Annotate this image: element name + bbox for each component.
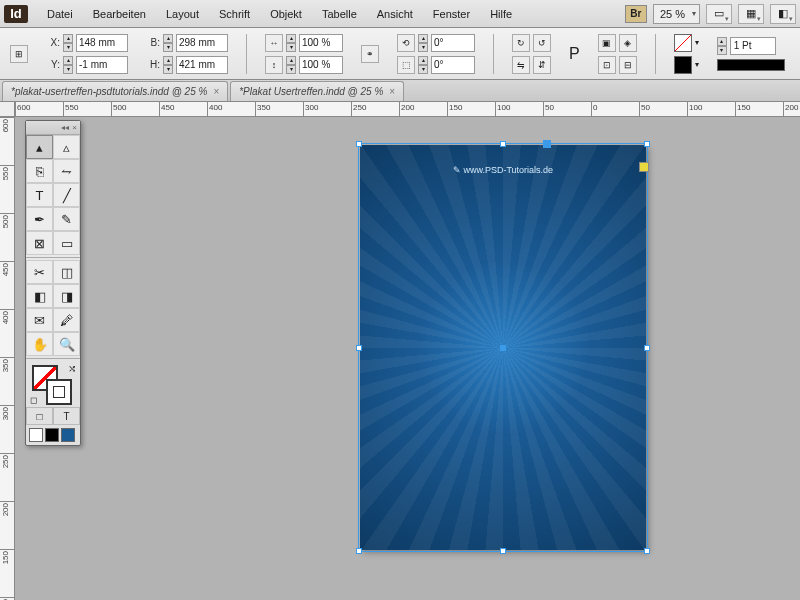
tab-document-1[interactable]: *plakat-usertreffen-psdtutorials.indd @ … [2,81,228,101]
fill-swatch[interactable] [674,34,692,52]
width-field[interactable]: 298 mm [176,34,228,52]
horizontal-ruler[interactable]: 6005505004504003503002502001501005005010… [15,102,800,117]
apply-color[interactable] [45,428,59,442]
scale-x-field[interactable]: 100 % [299,34,343,52]
paragraph-icon: P [569,45,580,63]
rectangle-tool[interactable]: ▭ [53,231,80,255]
vertical-ruler[interactable]: 60055050045040035030025020015010050050 [0,117,15,600]
workspace-button[interactable]: ◧ [770,4,796,24]
close-icon[interactable]: × [72,123,77,132]
scale-x-icon: ↔ [265,34,283,52]
pen-tool[interactable]: ✒ [26,207,53,231]
gradient-swatch-tool[interactable]: ◧ [26,284,53,308]
tab-document-2[interactable]: *Plakat Usertreffen.indd @ 25 %× [230,81,404,101]
scale-y-icon: ↕ [265,56,283,74]
formatting-text-mode[interactable]: T [53,407,80,425]
select-content-icon[interactable]: ◈ [619,34,637,52]
stroke-swatch[interactable] [674,56,692,74]
document-page[interactable]: ✎ www.PSD-Tutorials.de [360,145,646,550]
menu-hilfe[interactable]: Hilfe [481,4,521,24]
flip-h-icon[interactable]: ⇋ [512,56,530,74]
line-tool[interactable]: ╱ [53,183,80,207]
swap-fill-stroke-icon[interactable]: ⤭ [68,363,76,374]
eyedropper-tool[interactable]: 🖉 [53,308,80,332]
shear-field[interactable]: 0° [431,56,475,74]
menu-bar: Id Datei Bearbeiten Layout Schrift Objek… [0,0,800,28]
stroke-weight-field[interactable]: 1 Pt [730,37,776,55]
arrange-button[interactable]: ▦ [738,4,764,24]
reference-point-icon[interactable]: ⊞ [10,45,28,63]
fit-content-icon[interactable]: ⊡ [598,56,616,74]
menu-bearbeiten[interactable]: Bearbeiten [84,4,155,24]
default-fill-stroke-icon[interactable]: ◻ [30,395,37,405]
rotate-icon: ⟲ [397,34,415,52]
free-transform-tool[interactable]: ◫ [53,260,80,284]
pencil-tool[interactable]: ✎ [53,207,80,231]
select-container-icon[interactable]: ▣ [598,34,616,52]
app-logo: Id [4,5,28,23]
rotate-cw-icon[interactable]: ↻ [512,34,530,52]
gradient-feather-tool[interactable]: ◨ [53,284,80,308]
menu-fenster[interactable]: Fenster [424,4,479,24]
shear-icon: ⬚ [397,56,415,74]
page-url-text: ✎ www.PSD-Tutorials.de [360,165,646,175]
menu-layout[interactable]: Layout [157,4,208,24]
type-tool[interactable]: T [26,183,53,207]
menu-tabelle[interactable]: Tabelle [313,4,366,24]
note-tool[interactable]: ✉ [26,308,53,332]
canvas-area[interactable]: ✎ www.PSD-Tutorials.de [15,117,800,600]
direct-selection-tool[interactable]: ▵ [53,135,80,159]
bridge-button[interactable]: Br [625,5,647,23]
apply-gradient[interactable] [61,428,75,442]
panel-header[interactable]: ◂◂× [26,121,80,135]
screen-mode-button[interactable]: ▭ [706,4,732,24]
rectangle-frame-tool[interactable]: ⊠ [26,231,53,255]
document-tabs: *plakat-usertreffen-psdtutorials.indd @ … [0,80,800,102]
scissors-tool[interactable]: ✂ [26,260,53,284]
ruler-origin[interactable] [0,102,15,117]
collapse-icon[interactable]: ◂◂ [61,123,69,132]
close-icon[interactable]: × [213,86,219,97]
formatting-container-mode[interactable]: □ [26,407,53,425]
zoom-tool[interactable]: 🔍 [53,332,80,356]
scale-y-field[interactable]: 100 % [299,56,343,74]
hand-tool[interactable]: ✋ [26,332,53,356]
selection-tool[interactable]: ▴ [26,135,53,159]
apply-none[interactable] [29,428,43,442]
stroke-color[interactable] [46,379,72,405]
constrain-icon[interactable]: ⚭ [361,45,379,63]
menu-objekt[interactable]: Objekt [261,4,311,24]
page-tool[interactable]: ⎘ [26,159,53,183]
tools-panel[interactable]: ◂◂× ▴ ▵ ⎘ ⥊ T ╱ ✒ ✎ ⊠ ▭ ✂ ◫ ◧ ◨ ✉ 🖉 ✋ 🔍 … [25,120,81,446]
rotate-field[interactable]: 0° [431,34,475,52]
fit-frame-icon[interactable]: ⊟ [619,56,637,74]
x-field[interactable]: 148 mm [76,34,128,52]
menu-ansicht[interactable]: Ansicht [368,4,422,24]
y-field[interactable]: -1 mm [76,56,128,74]
rotate-ccw-icon[interactable]: ↺ [533,34,551,52]
zoom-level-select[interactable]: 25 % [653,4,700,24]
menu-datei[interactable]: Datei [38,4,82,24]
menu-schrift[interactable]: Schrift [210,4,259,24]
close-icon[interactable]: × [389,86,395,97]
fill-stroke-control[interactable]: ⤭ ◻ [28,363,78,405]
control-bar: ⊞ X:▴▾148 mm Y:▴▾-1 mm B:▴▾298 mm H:▴▾42… [0,28,800,80]
height-field[interactable]: 421 mm [176,56,228,74]
stroke-style-select[interactable] [717,59,785,71]
flip-v-icon[interactable]: ⇵ [533,56,551,74]
gap-tool[interactable]: ⥊ [53,159,80,183]
